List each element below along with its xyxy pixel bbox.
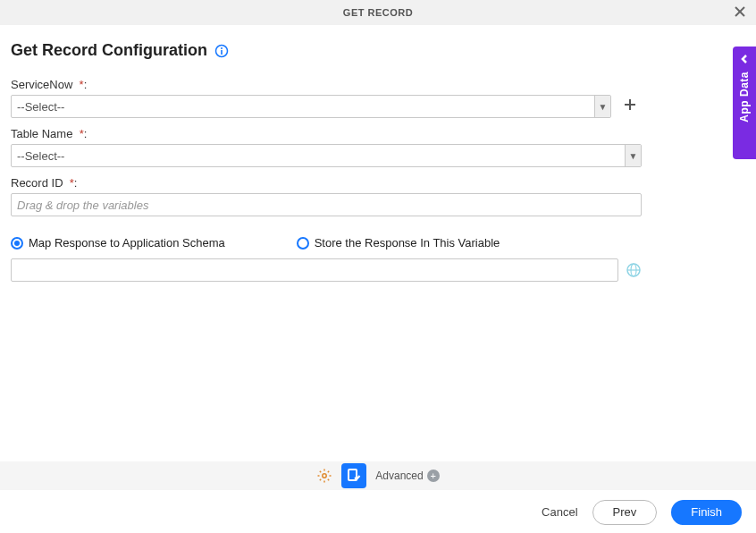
map-response-radio[interactable]: Map Response to Application Schema bbox=[11, 236, 225, 250]
recordid-placeholder: Drag & drop the variables bbox=[17, 199, 148, 212]
response-option-row: Map Response to Application Schema Store… bbox=[11, 236, 642, 250]
chevron-down-icon: ▼ bbox=[594, 96, 610, 117]
dialog-header: GET RECORD bbox=[0, 0, 756, 25]
servicenow-select[interactable]: --Select-- ▼ bbox=[11, 95, 611, 118]
app-data-label: App Data bbox=[738, 72, 751, 123]
svg-line-17 bbox=[328, 471, 329, 472]
page-title: Get Record Configuration bbox=[11, 41, 207, 60]
gear-icon[interactable] bbox=[316, 468, 332, 484]
radio-unselected-icon bbox=[297, 237, 309, 250]
store-response-radio[interactable]: Store the Response In This Variable bbox=[297, 236, 500, 250]
servicenow-label-text: ServiceNow bbox=[11, 78, 72, 91]
chevron-down-icon: ▼ bbox=[625, 145, 641, 166]
svg-line-18 bbox=[320, 479, 321, 480]
info-icon[interactable] bbox=[214, 44, 229, 58]
servicenow-select-value: --Select-- bbox=[12, 96, 594, 117]
add-servicenow-button[interactable] bbox=[618, 95, 642, 118]
svg-rect-4 bbox=[221, 50, 223, 55]
prev-label: Prev bbox=[613, 505, 637, 519]
svg-line-15 bbox=[320, 471, 321, 472]
dialog-title: GET RECORD bbox=[343, 7, 413, 18]
required-asterisk: * bbox=[66, 176, 74, 190]
svg-point-10 bbox=[323, 474, 326, 478]
servicenow-label: ServiceNow *: bbox=[11, 78, 642, 91]
middle-toolbar: Advanced + bbox=[0, 461, 756, 490]
required-asterisk: * bbox=[76, 127, 84, 140]
page-title-row: Get Record Configuration bbox=[0, 25, 756, 69]
finish-label: Finish bbox=[691, 505, 722, 519]
tablename-label-text: Table Name bbox=[11, 127, 72, 140]
form-tab-button[interactable] bbox=[341, 463, 366, 488]
response-input[interactable] bbox=[11, 258, 618, 282]
tablename-row: --Select-- ▼ bbox=[11, 144, 642, 167]
close-icon bbox=[734, 5, 746, 20]
response-field-row bbox=[11, 258, 642, 282]
chevron-left-icon bbox=[739, 54, 750, 64]
tablename-label: Table Name *: bbox=[11, 127, 642, 140]
plus-icon bbox=[623, 97, 637, 115]
tablename-select[interactable]: --Select-- ▼ bbox=[11, 144, 642, 167]
svg-line-16 bbox=[328, 479, 329, 480]
map-response-label: Map Response to Application Schema bbox=[29, 236, 225, 250]
finish-button[interactable]: Finish bbox=[671, 500, 742, 525]
close-button[interactable] bbox=[731, 4, 749, 21]
dialog-container: GET RECORD Get Record Configuration Serv… bbox=[0, 0, 756, 533]
recordid-input[interactable]: Drag & drop the variables bbox=[11, 193, 642, 216]
svg-point-3 bbox=[221, 47, 223, 49]
advanced-label: Advanced bbox=[375, 470, 423, 482]
required-asterisk: * bbox=[76, 78, 84, 91]
prev-button[interactable]: Prev bbox=[592, 500, 658, 525]
recordid-label: Record ID *: bbox=[11, 176, 642, 190]
store-response-label: Store the Response In This Variable bbox=[315, 236, 500, 250]
app-data-side-tab[interactable]: App Data bbox=[733, 47, 756, 159]
form-area: ServiceNow *: --Select-- ▼ Table Name *:… bbox=[0, 78, 652, 282]
radio-selected-icon bbox=[11, 237, 23, 250]
recordid-label-text: Record ID bbox=[11, 176, 63, 190]
globe-icon[interactable] bbox=[626, 262, 642, 278]
cancel-button[interactable]: Cancel bbox=[542, 505, 577, 519]
dialog-footer: Cancel Prev Finish bbox=[0, 490, 756, 533]
tablename-select-value: --Select-- bbox=[12, 145, 625, 166]
servicenow-row: --Select-- ▼ bbox=[11, 95, 642, 118]
plus-circle-icon: + bbox=[427, 470, 440, 482]
advanced-toggle[interactable]: Advanced + bbox=[375, 470, 439, 482]
form-check-icon bbox=[347, 468, 361, 485]
